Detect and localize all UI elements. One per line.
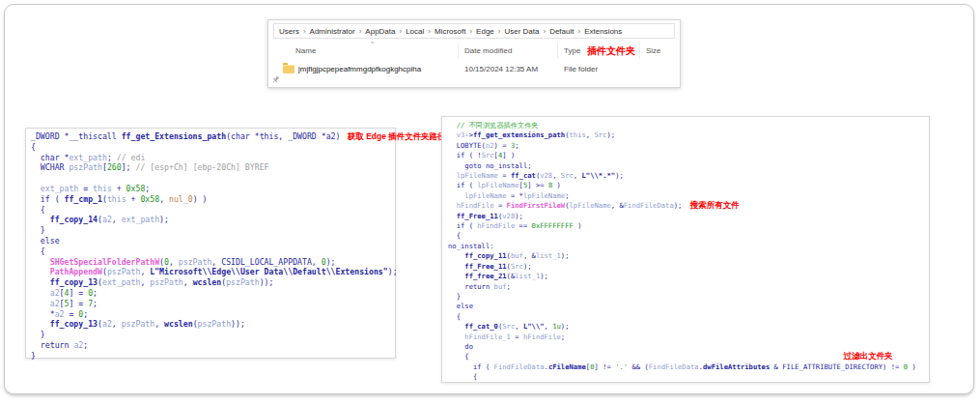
column-header-size[interactable]: Size (646, 46, 661, 55)
code-line: } (31, 225, 395, 236)
explorer-window: Users›Administrator›AppData›Local›Micros… (267, 19, 681, 88)
code-line: if ( lpFileName[5] >= 8 ) (448, 181, 929, 190)
breadcrumb-item[interactable]: User Data (504, 27, 539, 36)
sort-ascending-icon[interactable]: ^ (371, 41, 374, 46)
code-token (31, 257, 50, 267)
code-token: // [esp+Ch] [ebp-20Ch] BYREF (135, 162, 268, 172)
code-token: ; (83, 309, 88, 319)
file-row[interactable]: jmjflgjpcpepeafmmgdpfkogkghcpiha 10/15/2… (268, 61, 682, 78)
breadcrumb-separator-icon: › (578, 27, 581, 36)
code-line: ff_free_21(&list_1); (448, 272, 929, 281)
code-token: + (112, 184, 126, 193)
breadcrumb-item[interactable]: Edge (476, 27, 494, 36)
code-token: return (448, 282, 494, 291)
code-line: else (448, 302, 929, 311)
file-type: File folder (564, 65, 598, 73)
code-line: *a2 = 0; (31, 309, 395, 320)
code-token: no_install: (448, 242, 494, 250)
code-token (31, 267, 50, 276)
breadcrumb-item[interactable]: AppData (365, 27, 395, 36)
code-line: { (31, 205, 395, 216)
code-line: {过滤出文件夹 (448, 352, 929, 362)
code-line: hFindFile = FindFirstFileW(lpFileName, &… (448, 201, 929, 211)
code-line: char *ext_path; // edi (31, 153, 395, 163)
code-token: a2 (102, 215, 112, 224)
breadcrumb-item[interactable]: Users (279, 27, 299, 36)
code-token: ext_path (31, 184, 78, 193)
code-token: WCHAR (31, 162, 69, 172)
code-token (31, 319, 50, 329)
code-token: 0x58 (140, 194, 159, 204)
code-token: { (31, 205, 45, 215)
code-token: Src (502, 322, 515, 331)
code-token: , (515, 322, 523, 331)
code-token: char * (31, 153, 69, 162)
code-line: } (31, 330, 395, 340)
code-token: SHGetSpecialFolderPathW (50, 257, 159, 267)
code-token: L"Microsoft\\Edge\\User Data\\Default\\E… (150, 267, 387, 276)
code-token: goto no_install; (448, 161, 532, 170)
code-token: ); (326, 257, 336, 267)
code-line: lpFileName = ff_cat(v28, Src, L"\\*.*"); (448, 171, 929, 181)
code-token: , (112, 215, 122, 224)
code-token: this (107, 194, 126, 204)
code-token: lpFileName (477, 181, 518, 189)
code-token: { (448, 352, 469, 361)
code-token: n2 (486, 141, 494, 150)
file-name: jmjflgjpcpepeafmmgdpfkogkghcpiha (298, 65, 421, 73)
code-token: , (545, 322, 553, 331)
breadcrumb-item[interactable]: Administrator (310, 27, 355, 36)
breadcrumb-item[interactable]: Local (406, 27, 424, 36)
code-line: ff_Free_11(v28); (448, 212, 929, 221)
code-token: wcslen (193, 277, 222, 287)
code-token: v28 (502, 212, 515, 220)
code-token: ; (107, 153, 117, 162)
code-token: pszPath (226, 277, 260, 287)
code-line: a2[5] = 7; (31, 299, 395, 309)
code-token: if ( (31, 194, 65, 204)
code-line: { (448, 231, 929, 241)
code-line: ff_copy_13(a2, pszPath, wcslen(pszPath))… (31, 319, 395, 330)
code-token: ); (561, 322, 570, 331)
code-token: + (126, 194, 141, 204)
code-token: ] = (69, 299, 88, 308)
code-token: a2 (55, 309, 65, 319)
code-token: lpFileName (448, 191, 507, 200)
annotation-red: 搜索所有文件 (690, 200, 740, 210)
code-token: dwFileAttributes (703, 362, 770, 371)
code-token: FindFirstFileW (507, 201, 566, 210)
code-line: SHGetSpecialFolderPathW(0, pszPath, CSID… (31, 257, 395, 268)
code-token: = (498, 171, 511, 180)
code-token: ; (515, 141, 518, 150)
code-token: ext_path (122, 215, 159, 224)
code-token: v3 (448, 130, 464, 139)
code-token: ]; (122, 162, 136, 172)
code-token: ); (615, 171, 624, 180)
code-token: nul_0 (169, 194, 193, 204)
code-line: } (31, 351, 395, 362)
breadcrumb-item[interactable]: Extensions (584, 27, 622, 36)
decompiler-left-panel: _DWORD *__thiscall ff_get_Extensions_pat… (25, 128, 396, 359)
code-token: Src (561, 171, 574, 180)
code-token: ff_get_extensions_path (473, 130, 565, 139)
code-token: } (448, 292, 461, 301)
code-token: ) (908, 362, 916, 371)
breadcrumb-item[interactable]: Default (549, 27, 574, 36)
column-header-type[interactable]: Type (564, 46, 580, 55)
breadcrumb-item[interactable]: Microsoft (434, 27, 465, 36)
code-line: else (31, 236, 395, 246)
code-line: return a2; (31, 340, 395, 351)
column-header-date-modified[interactable]: Date modified (464, 46, 512, 55)
code-line: ff_Free_11(Src); (448, 262, 929, 272)
code-token: 0x58 (126, 184, 146, 193)
column-header-name[interactable]: Name (295, 46, 316, 55)
code-token: )); (260, 277, 274, 287)
code-token: if ( (448, 221, 477, 230)
code-token: ff_Free_11 (457, 212, 498, 220)
code-line: return buf; (448, 282, 929, 292)
code-line: { (448, 372, 929, 382)
code-token: wcslen (164, 319, 193, 329)
breadcrumb-separator-icon: › (359, 27, 362, 36)
code-token: ; (565, 191, 569, 200)
code-token: = * (507, 191, 523, 200)
